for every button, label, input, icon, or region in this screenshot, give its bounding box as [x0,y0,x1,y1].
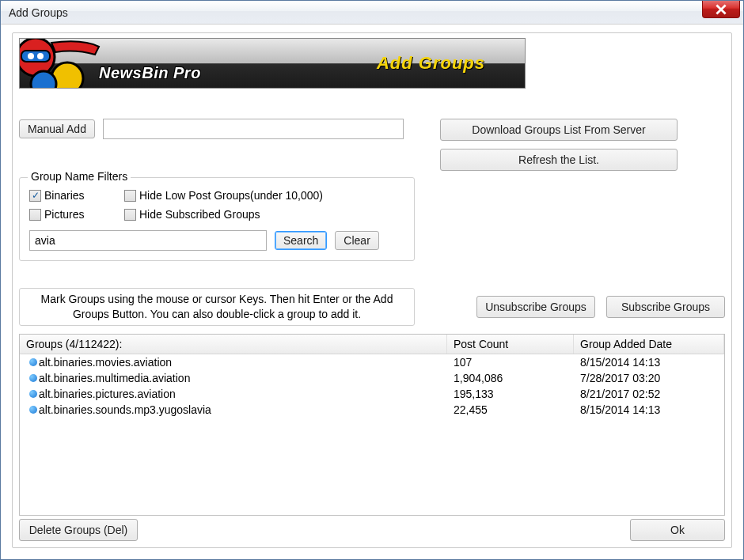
checkbox-label: Hide Low Post Groups(under 10,000) [139,189,323,202]
checkbox-label: Pictures [44,208,85,221]
checkbox-binaries[interactable]: ✓ Binaries [29,189,124,202]
close-icon [716,4,727,15]
delete-groups-button[interactable]: Delete Groups (Del) [19,519,138,541]
group-status-icon [29,374,37,382]
clear-button[interactable]: Clear [335,231,378,250]
group-status-icon [29,406,37,414]
titlebar[interactable]: Add Groups [1,1,743,25]
group-name: alt.binaries.pictures.aviation [39,388,176,400]
group-status-icon [29,358,37,366]
checkbox-icon [124,190,136,202]
filters-legend: Group Name Filters [28,170,131,183]
group-post-count: 22,455 [447,403,574,417]
refresh-list-button[interactable]: Refresh the List. [440,149,678,171]
group-name: alt.binaries.multimedia.aviation [39,372,190,384]
content-panel: NewsBin Pro Add Groups Manual Add Downlo… [12,32,732,548]
group-status-icon [29,390,37,398]
list-header[interactable]: Groups (4/112422): Post Count Group Adde… [20,335,724,354]
ok-button[interactable]: Ok [630,519,725,541]
table-row[interactable]: alt.binaries.movies.aviation1078/15/2014… [20,354,724,370]
column-header-date[interactable]: Group Added Date [574,335,724,354]
checkbox-hide-subscribed[interactable]: Hide Subscribed Groups [124,208,404,221]
manual-add-input[interactable] [103,119,404,139]
group-name: alt.binaries.movies.aviation [39,356,172,369]
group-name: alt.binaries.sounds.mp3.yugoslavia [39,403,211,416]
column-header-post[interactable]: Post Count [447,335,574,354]
search-button[interactable]: Search [275,231,327,250]
checkbox-hide-low[interactable]: Hide Low Post Groups(under 10,000) [124,189,404,202]
download-list-button[interactable]: Download Groups List From Server [440,119,678,141]
group-post-count: 195,133 [447,387,574,401]
checkbox-icon [29,209,41,221]
checkbox-label: Hide Subscribed Groups [139,208,260,221]
hint-text: Mark Groups using the mouse or cursor Ke… [19,288,415,326]
window: Add Groups NewsBin Pro Add Groups Manual… [0,0,744,560]
window-title: Add Groups [9,6,68,19]
table-row[interactable]: alt.binaries.sounds.mp3.yugoslavia22,455… [20,402,724,418]
checkbox-icon [124,209,136,221]
group-added-date: 7/28/2017 03:20 [574,371,724,385]
checkbox-pictures[interactable]: Pictures [29,208,124,221]
group-added-date: 8/21/2017 02:52 [574,387,724,401]
list-body[interactable]: alt.binaries.movies.aviation1078/15/2014… [20,354,724,515]
svg-point-2 [28,53,34,59]
table-row[interactable]: alt.binaries.multimedia.aviation1,904,08… [20,370,724,386]
search-input[interactable] [29,230,267,251]
manual-add-button[interactable]: Manual Add [19,119,95,138]
filters-fieldset: Group Name Filters ✓ Binaries Hide Low P… [19,177,415,261]
svg-point-5 [31,71,56,89]
banner-title: Add Groups [377,53,485,74]
column-header-name[interactable]: Groups (4/112422): [20,335,447,354]
svg-point-3 [37,53,44,59]
group-added-date: 8/15/2014 14:13 [574,355,724,369]
groups-list: Groups (4/112422): Post Count Group Adde… [19,334,725,516]
table-row[interactable]: alt.binaries.pictures.aviation195,1338/2… [20,386,724,402]
checkbox-icon: ✓ [29,190,41,202]
unsubscribe-button[interactable]: Unsubscribe Groups [476,296,595,318]
svg-rect-1 [21,51,50,62]
subscribe-button[interactable]: Subscribe Groups [606,296,725,318]
close-button[interactable] [702,1,740,18]
group-added-date: 8/15/2014 14:13 [574,403,724,417]
group-post-count: 107 [447,355,574,369]
banner-app-name: NewsBin Pro [99,64,201,82]
banner: NewsBin Pro Add Groups [19,38,526,89]
checkbox-label: Binaries [44,189,85,202]
group-post-count: 1,904,086 [447,371,574,385]
